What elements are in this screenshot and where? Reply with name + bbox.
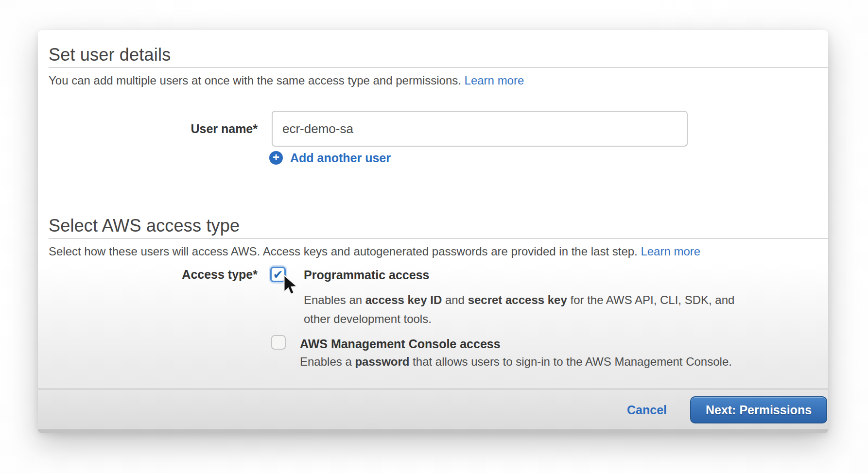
learn-more-link-access-type[interactable]: Learn more <box>641 245 700 258</box>
add-another-user-button[interactable]: + Add another user <box>269 151 391 165</box>
section-title-user-details: Set user details <box>49 45 171 65</box>
username-label: User name* <box>38 111 258 147</box>
console-access-title: AWS Management Console access <box>300 337 501 351</box>
desc-bold: password <box>355 355 409 368</box>
learn-more-link-user-details[interactable]: Learn more <box>465 74 524 87</box>
programmatic-access-title: Programmatic access <box>304 268 429 282</box>
desc-text: for the AWS API, CLI, SDK, and <box>567 293 735 306</box>
section-title-access-type: Select AWS access type <box>49 216 240 236</box>
wizard-footer: Cancel Next: Permissions <box>38 389 828 433</box>
desc-text: other development tools. <box>304 312 432 325</box>
desc-text: that allows users to sign-in to the AWS … <box>409 355 731 368</box>
username-input[interactable] <box>272 111 688 147</box>
programmatic-access-description: Enables an access key ID and secret acce… <box>304 290 734 328</box>
access-type-intro: Select how these users will access AWS. … <box>49 245 700 258</box>
divider <box>49 238 828 239</box>
plus-circle-icon: + <box>269 151 283 165</box>
desc-text: Enables a <box>300 355 355 368</box>
add-another-user-label: Add another user <box>290 151 391 165</box>
divider <box>49 67 828 68</box>
cancel-button[interactable]: Cancel <box>627 403 667 417</box>
console-access-checkbox[interactable] <box>271 335 286 350</box>
desc-text: Enables an <box>304 293 365 306</box>
checkmark-icon: ✔ <box>273 268 283 282</box>
console-access-description: Enables a password that allows users to … <box>300 355 732 369</box>
page-background: Set user details You can add multiple us… <box>0 0 868 473</box>
plus-glyph: + <box>273 152 279 163</box>
programmatic-access-checkbox[interactable]: ✔ <box>270 267 286 282</box>
next-permissions-button[interactable]: Next: Permissions <box>690 396 827 423</box>
user-details-intro: You can add multiple users at once with … <box>49 74 524 87</box>
user-details-intro-text: You can add multiple users at once with … <box>49 74 465 87</box>
set-user-details-panel: Set user details You can add multiple us… <box>38 30 828 433</box>
access-type-intro-text: Select how these users will access AWS. … <box>49 245 641 258</box>
desc-bold: secret access key <box>468 293 567 306</box>
desc-bold: access key ID <box>365 293 442 306</box>
desc-text: and <box>442 293 468 306</box>
access-type-label: Access type* <box>38 267 258 283</box>
